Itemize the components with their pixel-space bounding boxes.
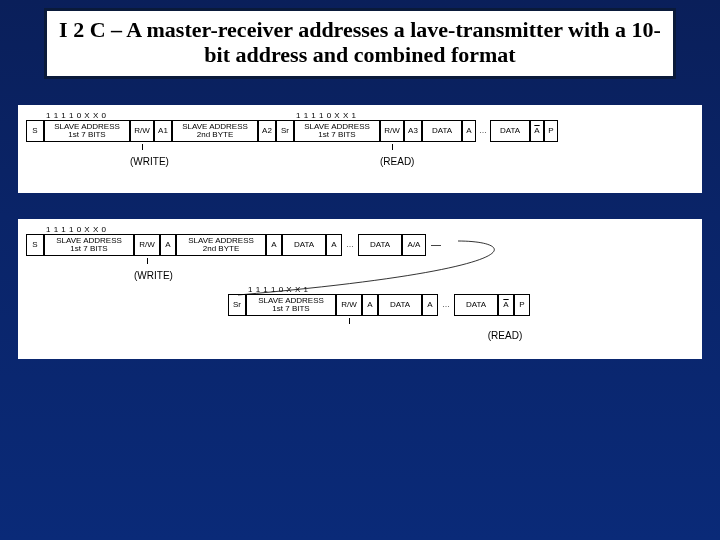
d1-read: (READ) [380, 156, 404, 167]
d1-a4: A [462, 120, 476, 142]
d1-write: (WRITE) [130, 156, 154, 167]
d2-paren-top: (WRITE) [26, 266, 694, 281]
d2-rw2: R/W [336, 294, 362, 316]
d2-rw1: R/W [134, 234, 160, 256]
diagram-2: 1 1 1 1 0 X X 0 S SLAVE ADDRESS 1st 7 BI… [18, 219, 702, 359]
d1-addr1b: SLAVE ADDRESS 1st 7 BITS [294, 120, 380, 142]
d1-bits-b: 1 1 1 1 0 X X 1 [294, 111, 380, 120]
d2-a3: A [326, 234, 342, 256]
d1-data1: DATA [422, 120, 462, 142]
d1-addr2: SLAVE ADDRESS 2nd BYTE [172, 120, 258, 142]
d2-addr1: SLAVE ADDRESS 1st 7 BITS [44, 234, 134, 256]
d2-a1: A [160, 234, 176, 256]
d2-data1: DATA [282, 234, 326, 256]
d1-a1: A1 [154, 120, 172, 142]
d1-bits-row: 1 1 1 1 0 X X 0 1 1 1 1 0 X X 1 [26, 111, 694, 120]
d1-lbl-row [26, 144, 694, 150]
d2-data3: DATA [378, 294, 422, 316]
d2-data2: DATA [358, 234, 402, 256]
d1-a2: A2 [258, 120, 276, 142]
slide-title: I 2 C – A master-receiver addresses a la… [57, 17, 663, 68]
d2-data4: DATA [454, 294, 498, 316]
d2-read: (READ) [480, 330, 530, 341]
d2-bits-b: 1 1 1 1 0 X X 1 [246, 285, 336, 294]
title-box: I 2 C – A master-receiver addresses a la… [44, 8, 676, 79]
d2-paren-bot: (READ) [228, 326, 530, 341]
d1-p: P [544, 120, 558, 142]
d2-a2: A [266, 234, 282, 256]
d2-bits-a: 1 1 1 1 0 X X 0 [44, 225, 134, 234]
d2-aabar: A/A [402, 234, 426, 256]
d1-rw2: R/W [380, 120, 404, 142]
d2-S: S [26, 234, 44, 256]
d1-S: S [26, 120, 44, 142]
d2-sr: Sr [228, 294, 246, 316]
d1-a3: A3 [404, 120, 422, 142]
d1-rw1: R/W [130, 120, 154, 142]
d2-box-row-top: S SLAVE ADDRESS 1st 7 BITS R/W A SLAVE A… [26, 234, 694, 256]
d1-addr1: SLAVE ADDRESS 1st 7 BITS [44, 120, 130, 142]
d2-lbl-row-bot [228, 318, 530, 324]
d2-lbl-row-top [26, 258, 694, 264]
d1-bits-a: 1 1 1 1 0 X X 0 [44, 111, 130, 120]
d2-box-row-bot: Sr SLAVE ADDRESS 1st 7 BITS R/W A DATA A… [228, 294, 530, 316]
d2-addr2: SLAVE ADDRESS 2nd BYTE [176, 234, 266, 256]
d2-a5: A [422, 294, 438, 316]
d2-a4: A [362, 294, 378, 316]
d1-abar: A [530, 120, 544, 142]
d1-sr: Sr [276, 120, 294, 142]
d1-data2: DATA [490, 120, 530, 142]
d1-box-row: S SLAVE ADDRESS 1st 7 BITS R/W A1 SLAVE … [26, 120, 694, 142]
d2-write: (WRITE) [134, 270, 160, 281]
diagram-1: 1 1 1 1 0 X X 0 1 1 1 1 0 X X 1 S SLAVE … [18, 105, 702, 193]
d2-bits-row-top: 1 1 1 1 0 X X 0 [26, 225, 694, 234]
d2-bits-row-bot: 1 1 1 1 0 X X 1 [228, 285, 530, 294]
d1-paren-row: (WRITE) (READ) [26, 152, 694, 167]
d2-addr1b: SLAVE ADDRESS 1st 7 BITS [246, 294, 336, 316]
d2-abar: A [498, 294, 514, 316]
d2-p: P [514, 294, 530, 316]
